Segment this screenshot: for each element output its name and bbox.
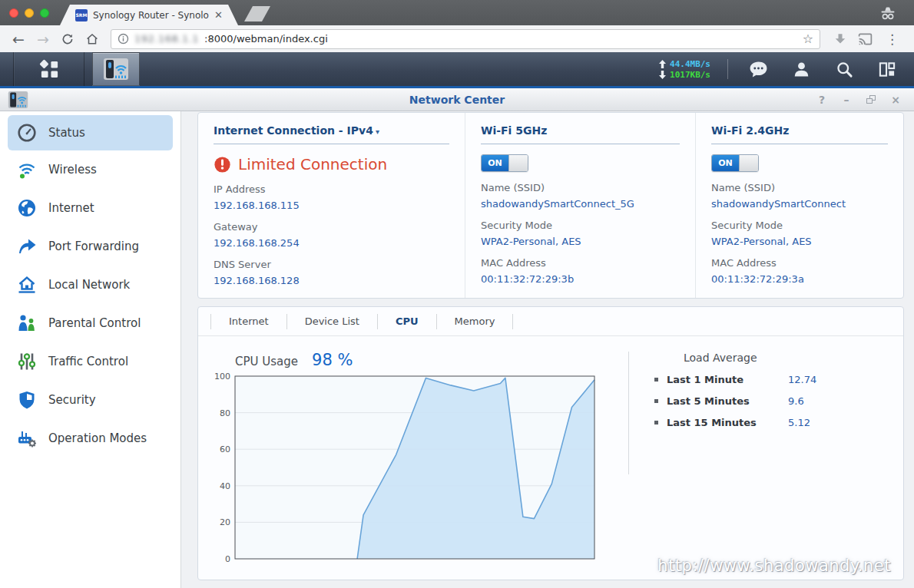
sidebar-item-wireless[interactable]: Wireless bbox=[0, 150, 180, 189]
network-center-taskbar-button[interactable] bbox=[92, 52, 140, 86]
field-value: 00:11:32:72:29:3a bbox=[711, 273, 888, 285]
home-button[interactable] bbox=[81, 28, 103, 50]
mac-minimize-button[interactable] bbox=[25, 8, 34, 18]
sidebar-item-label: Operation Modes bbox=[48, 431, 147, 445]
taskbar-right-cluster: 44.4MB/s 1017KB/s bbox=[659, 52, 914, 86]
monitor-tabs: Internet Device List CPU Memory bbox=[198, 307, 903, 336]
sidebar-item-parental-control[interactable]: Parental Control bbox=[0, 304, 180, 342]
system-monitor-panel: Internet Device List CPU Memory CPU Usag… bbox=[197, 306, 904, 580]
tab-internet[interactable]: Internet bbox=[210, 314, 286, 329]
search-icon bbox=[836, 61, 853, 78]
sidebar-item-traffic-control[interactable]: Traffic Control bbox=[0, 342, 180, 381]
internet-connection-column: Internet Connection - IPv4▾ Limited Conn… bbox=[198, 113, 465, 298]
home-network-icon bbox=[17, 275, 37, 295]
sidebar-item-operation-modes[interactable]: Operation Modes bbox=[0, 419, 180, 458]
window-title: Network Center bbox=[0, 94, 914, 106]
field-gateway: Gateway 192.168.168.254 bbox=[214, 221, 449, 249]
field-value: shadowandySmartConnect_5G bbox=[481, 198, 680, 210]
refresh-button[interactable] bbox=[57, 28, 78, 50]
svg-text:40: 40 bbox=[220, 481, 230, 491]
chevron-down-icon: ▾ bbox=[376, 127, 379, 136]
field-label: Security Mode bbox=[481, 220, 680, 231]
field-label: MAC Address bbox=[711, 257, 888, 269]
wifi-24ghz-title: Wi-Fi 2.4GHz bbox=[711, 124, 888, 137]
restore-button[interactable] bbox=[863, 94, 879, 106]
tab-memory[interactable]: Memory bbox=[436, 314, 514, 329]
field-value: 192.168.168.128 bbox=[214, 275, 449, 286]
url-host-blurred: 192.168.1.1 bbox=[134, 33, 199, 45]
svg-text:60: 60 bbox=[220, 444, 230, 454]
field-value: WPA2-Personal, AES bbox=[481, 236, 680, 247]
macos-window-controls bbox=[9, 8, 49, 18]
sidebar-item-security[interactable]: Security bbox=[0, 381, 180, 419]
mac-close-button[interactable] bbox=[9, 8, 18, 18]
tab-title: Synology Router - SynologyRo bbox=[93, 10, 209, 21]
cast-icon[interactable] bbox=[857, 32, 873, 46]
tab-close-icon[interactable]: ✕ bbox=[214, 10, 223, 20]
wifi-5ghz-title: Wi-Fi 5GHz bbox=[481, 124, 680, 137]
wifi-5ghz-toggle[interactable]: ON bbox=[481, 154, 528, 172]
sidebar-item-label: Security bbox=[48, 393, 96, 407]
main-content: Internet Connection - IPv4▾ Limited Conn… bbox=[181, 111, 914, 588]
window-titlebar[interactable]: Network Center ? – × bbox=[0, 88, 914, 111]
field-value: shadowandySmartConnect bbox=[711, 198, 888, 210]
tab-device-list[interactable]: Device List bbox=[286, 314, 377, 329]
taskbar-separator bbox=[727, 59, 728, 79]
svg-text:80: 80 bbox=[220, 408, 230, 418]
forward-button[interactable]: → bbox=[32, 28, 54, 50]
notifications-button[interactable] bbox=[745, 61, 771, 78]
router-gear-icon bbox=[17, 428, 37, 448]
wifi-icon bbox=[17, 160, 37, 180]
load-row-5min: Last 5 Minutes 9.6 bbox=[653, 395, 891, 407]
field-dns-server: DNS Server 192.168.168.128 bbox=[214, 259, 449, 286]
field-value: WPA2-Personal, AES bbox=[711, 236, 888, 247]
field-value: 192.168.168.115 bbox=[214, 200, 449, 211]
bookmark-star-icon[interactable]: ☆ bbox=[803, 31, 813, 46]
sidebar-item-label: Internet bbox=[48, 201, 94, 215]
help-button[interactable]: ? bbox=[814, 94, 830, 106]
back-button[interactable]: ← bbox=[8, 28, 29, 50]
tab-cpu[interactable]: CPU bbox=[377, 314, 436, 329]
widgets-button[interactable] bbox=[874, 61, 900, 78]
load-value: 5.12 bbox=[788, 417, 810, 428]
browser-menu-icon[interactable]: ⋮ bbox=[883, 31, 902, 47]
panel-divider bbox=[628, 352, 629, 474]
main-menu-button[interactable] bbox=[14, 52, 84, 86]
minimize-button[interactable]: – bbox=[839, 94, 854, 106]
watermark: http://www.shadowandy.net bbox=[657, 557, 891, 575]
user-options-button[interactable] bbox=[788, 61, 814, 78]
svg-text:0: 0 bbox=[225, 554, 230, 564]
browser-tab-strip: SRM Synology Router - SynologyRo ✕ bbox=[0, 0, 914, 25]
shield-icon bbox=[17, 390, 37, 410]
sliders-icon bbox=[17, 352, 37, 372]
sidebar-item-label: Port Forwarding bbox=[48, 239, 139, 253]
header-rule bbox=[711, 144, 888, 144]
srm-taskbar: 44.4MB/s 1017KB/s bbox=[0, 52, 914, 88]
mac-zoom-button[interactable] bbox=[40, 8, 49, 18]
download-arrow-icon bbox=[659, 71, 666, 79]
url-bar[interactable]: 192.168.1.1 :8000/webman/index.cgi ☆ bbox=[111, 29, 820, 49]
url-path: :8000/webman/index.cgi bbox=[204, 33, 328, 45]
wifi-24ghz-toggle[interactable]: ON bbox=[711, 154, 759, 172]
download-extension-icon[interactable] bbox=[833, 31, 848, 47]
sidebar-item-local-network[interactable]: Local Network bbox=[0, 266, 180, 304]
taskbar-left-edge bbox=[0, 52, 14, 86]
internet-connection-header[interactable]: Internet Connection - IPv4▾ bbox=[214, 124, 449, 137]
load-value: 9.6 bbox=[788, 395, 804, 407]
new-tab-button[interactable] bbox=[244, 6, 270, 21]
sidebar-item-status[interactable]: Status bbox=[8, 115, 173, 150]
close-button[interactable]: × bbox=[888, 94, 903, 106]
browser-toolbar: ← → 192.168.1.1 :8000/webman/index.cgi ☆… bbox=[0, 25, 914, 52]
sidebar-item-internet[interactable]: Internet bbox=[0, 189, 180, 227]
page-info-icon[interactable] bbox=[118, 33, 129, 45]
field-value: 192.168.168.254 bbox=[214, 237, 449, 249]
field-label: Name (SSID) bbox=[481, 182, 680, 193]
search-button[interactable] bbox=[831, 61, 857, 78]
sidebar-item-label: Parental Control bbox=[48, 316, 141, 330]
cpu-usage-label: CPU Usage bbox=[235, 355, 298, 368]
toggle-knob bbox=[739, 155, 758, 171]
sidebar-item-port-forwarding[interactable]: Port Forwarding bbox=[0, 227, 180, 266]
sidebar-item-label: Traffic Control bbox=[48, 355, 128, 368]
globe-icon bbox=[17, 198, 37, 218]
browser-tab[interactable]: SRM Synology Router - SynologyRo ✕ bbox=[60, 5, 238, 25]
